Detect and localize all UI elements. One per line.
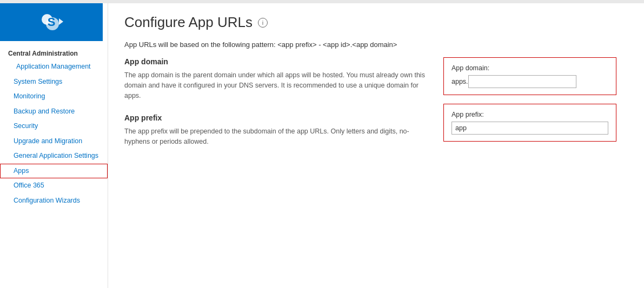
app-domain-input[interactable] [468,75,576,88]
sidebar-item-backup-restore[interactable]: Backup and Restore [0,104,108,119]
svg-text:S: S [48,15,56,29]
info-icon[interactable]: i [258,18,268,28]
sharepoint-logo-icon: S [35,9,68,36]
app-prefix-label: App prefix: [452,111,608,118]
app-prefix-form-box: App prefix: [443,104,616,142]
app-domain-prefix: apps. [452,78,468,85]
app-prefix-input[interactable] [452,122,608,135]
app-domain-description: The app domain is the parent domain unde… [124,70,427,101]
app-prefix-heading: App prefix [124,113,427,122]
app-domain-heading: App domain [124,57,427,66]
left-column: App domain The app domain is the parent … [124,57,427,160]
app-domain-section: App domain The app domain is the parent … [124,57,427,101]
sidebar-item-application-management[interactable]: Application Management [0,59,108,75]
page-wrapper: S Central Administration Application Man… [0,0,644,288]
app-domain-input-row: apps. [452,75,608,88]
sidebar-item-upgrade-migration[interactable]: Upgrade and Migration [0,134,108,149]
sidebar-item-system-settings[interactable]: System Settings [0,75,108,90]
app-prefix-section: App prefix The app prefix will be prepen… [124,113,427,147]
content-columns: App domain The app domain is the parent … [124,57,628,160]
sidebar-logo: S [0,3,103,41]
sidebar-item-configuration-wizards[interactable]: Configuration Wizards [0,193,108,209]
app-prefix-description: The app prefix will be prepended to the … [124,126,427,147]
sidebar-item-office-365[interactable]: Office 365 [0,178,108,193]
app-domain-label: App domain: [452,64,608,72]
sidebar-item-security[interactable]: Security [0,119,108,134]
sidebar-item-general-application[interactable]: General Application Settings [0,149,108,164]
sidebar-section-title: Central Administration [0,46,108,59]
right-column: App domain: apps. App prefix: [443,57,616,160]
page-title: Configure App URLs [124,14,253,31]
sidebar-item-apps[interactable]: Apps [0,164,108,179]
pattern-text: App URLs will be based on the following … [124,41,628,49]
main-panel: Configure App URLs i App URLs will be ba… [108,3,644,288]
page-title-row: Configure App URLs i [124,14,628,31]
app-domain-form-box: App domain: apps. [443,57,616,95]
main-content: S Central Administration Application Man… [0,3,644,288]
sidebar: S Central Administration Application Man… [0,3,108,288]
sidebar-item-monitoring[interactable]: Monitoring [0,89,108,104]
